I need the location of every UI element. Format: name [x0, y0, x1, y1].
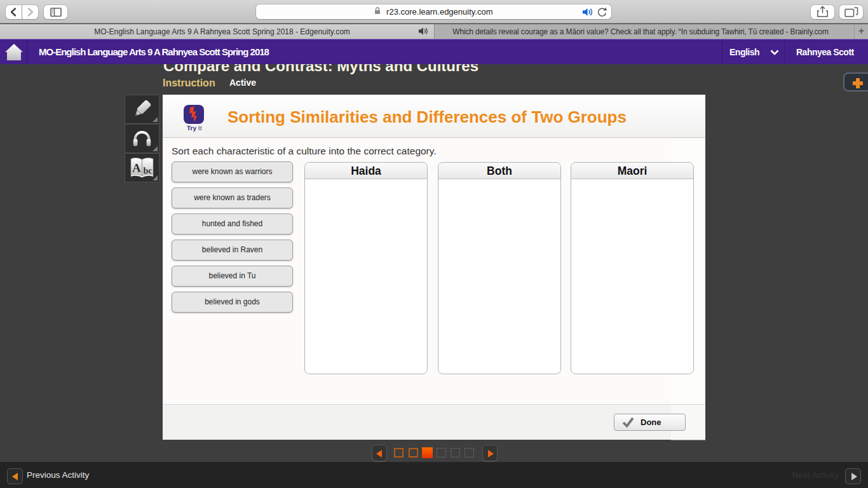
svg-text:bc: bc — [143, 166, 152, 175]
svg-text:A: A — [132, 161, 141, 174]
